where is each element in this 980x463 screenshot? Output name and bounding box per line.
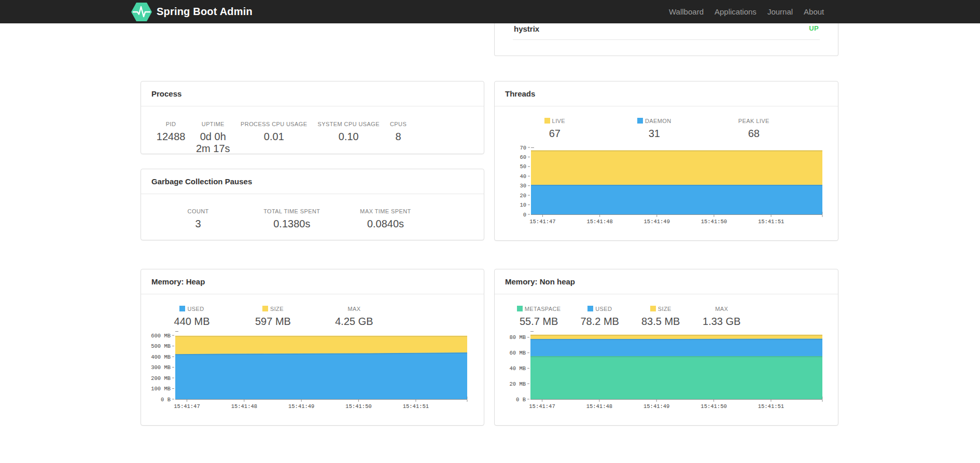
metric: LIVE67 (505, 118, 605, 140)
metric: CPUS8 (385, 121, 412, 155)
panel-title: Memory: Heap (141, 269, 484, 294)
metric-value: 0.10 (318, 131, 380, 143)
svg-text:80 MB: 80 MB (509, 334, 526, 341)
svg-text:15:41:49: 15:41:49 (643, 403, 669, 410)
metric-value: 597 MB (237, 316, 308, 328)
threads-chart: 01020304050607015:41:4715:41:4815:41:491… (495, 143, 838, 227)
svg-text:15:41:48: 15:41:48 (586, 219, 612, 225)
svg-text:0 B: 0 B (516, 397, 526, 403)
memory-nonheap-chart: 0 B20 MB40 MB60 MB80 MB15:41:4715:41:481… (495, 329, 838, 412)
legend-swatch-icon (179, 306, 185, 311)
metric: PROCESS CPU USAGE0.01 (235, 121, 312, 155)
chart-legend: LIVE67DAEMON31PEAK LIVE68 (505, 118, 804, 140)
legend-swatch-icon (587, 306, 593, 311)
metric: USED78.2 MB (569, 306, 631, 328)
metrics-row: COUNT3TOTAL TIME SPENT0.1380sMAX TIME SP… (151, 208, 432, 230)
svg-text:15:41:49: 15:41:49 (288, 403, 314, 410)
chart-legend: USED440 MBSIZE597 MBMAX4.25 GB (151, 306, 395, 328)
metric: DAEMON31 (605, 118, 704, 140)
svg-text:15:41:50: 15:41:50 (345, 403, 371, 410)
svg-text:15:41:51: 15:41:51 (403, 403, 429, 410)
legend-swatch-icon (650, 306, 656, 311)
svg-text:600 MB: 600 MB (151, 333, 171, 339)
metric-value: 12488 (157, 131, 186, 143)
metric: TOTAL TIME SPENT0.1380s (245, 208, 339, 230)
metric-label: MAX (319, 306, 389, 312)
svg-text:15:41:49: 15:41:49 (644, 219, 670, 225)
nav-link[interactable]: About (804, 7, 824, 16)
metric: USED440 MB (151, 306, 232, 328)
metric: UPTIME0d 0h 2m 17s (190, 121, 235, 155)
threads-panel: Threads LIVE67DAEMON31PEAK LIVE68 010203… (494, 81, 838, 241)
memory-heap-panel: Memory: Heap USED440 MBSIZE597 MBMAX4.25… (141, 269, 484, 426)
gc-pauses-panel: Garbage Collection Pauses COUNT3TOTAL TI… (141, 169, 484, 240)
svg-text:40: 40 (520, 173, 526, 180)
metric-value: 55.7 MB (513, 316, 564, 328)
metric-value: 83.5 MB (635, 316, 686, 328)
svg-text:200 MB: 200 MB (151, 375, 171, 382)
metric-value: 0.1380s (250, 218, 334, 230)
nav-link[interactable]: Journal (767, 7, 793, 16)
metric-label: DAEMON (610, 118, 699, 124)
metric-label: METASPACE (513, 306, 564, 312)
metric-value: 8 (390, 131, 407, 143)
svg-text:15:41:48: 15:41:48 (586, 403, 612, 410)
memory-nonheap-panel: Memory: Non heap METASPACE55.7 MBUSED78.… (494, 269, 838, 426)
metric-value: 67 (510, 128, 599, 140)
metric-label: PROCESS CPU USAGE (241, 121, 307, 127)
metric-label: SIZE (237, 306, 308, 312)
metric-label: MAX TIME SPENT (344, 208, 427, 214)
svg-text:20 MB: 20 MB (509, 381, 526, 387)
memory-heap-chart: 0 B100 MB200 MB300 MB400 MB500 MB600 MB1… (141, 329, 484, 412)
metric: METASPACE55.7 MB (508, 306, 569, 328)
application-name[interactable]: hystrix (514, 24, 539, 33)
navbar-menu: Wallboard Applications Journal About (669, 0, 835, 23)
svg-text:15:41:51: 15:41:51 (758, 403, 784, 410)
metric-value: 0d 0h 2m 17s (195, 131, 230, 155)
metric-label: CPUS (390, 121, 407, 127)
metric-label: PEAK LIVE (709, 118, 799, 124)
metric-value: 0.01 (241, 131, 307, 143)
metric-value: 78.2 MB (575, 316, 625, 328)
svg-text:60 MB: 60 MB (509, 350, 526, 356)
metric-label: MAX (696, 306, 747, 312)
panel-title: Process (141, 81, 484, 106)
legend-swatch-icon (637, 118, 643, 124)
metric-label: SYSTEM CPU USAGE (318, 121, 380, 127)
nav-link[interactable]: Wallboard (669, 7, 704, 16)
metric: SIZE597 MB (232, 306, 313, 328)
metric-label: UPTIME (195, 121, 230, 127)
svg-text:500 MB: 500 MB (151, 343, 171, 349)
brand-link[interactable]: Spring Boot Admin (131, 0, 253, 23)
nav-link[interactable]: Applications (715, 7, 757, 16)
status-badge: UP (809, 24, 819, 32)
svg-text:30: 30 (520, 183, 526, 189)
nav-item: Journal (767, 7, 793, 17)
metric-label: SIZE (635, 306, 686, 312)
metric-label: LIVE (510, 118, 599, 124)
metric-value: 4.25 GB (319, 316, 389, 328)
metric-value: 31 (610, 128, 699, 140)
metric-label: COUNT (157, 208, 240, 214)
svg-text:70: 70 (520, 145, 526, 151)
svg-text:15:41:47: 15:41:47 (529, 219, 555, 225)
brand-title: Spring Boot Admin (157, 6, 253, 18)
metric-value: 1.33 GB (696, 316, 747, 328)
svg-text:10: 10 (520, 202, 526, 208)
applications-status-panel: hystrix UP (494, 23, 838, 56)
process-panel: Process PID12488UPTIME0d 0h 2m 17sPROCES… (141, 81, 484, 154)
metric: PEAK LIVE68 (704, 118, 804, 140)
metric-label: TOTAL TIME SPENT (250, 208, 334, 214)
navbar: Spring Boot Admin Wallboard Applications… (0, 0, 980, 23)
metric: SYSTEM CPU USAGE0.10 (313, 121, 385, 155)
svg-text:15:41:47: 15:41:47 (174, 403, 200, 410)
spring-boot-admin-logo-icon (131, 3, 152, 21)
svg-text:40 MB: 40 MB (509, 365, 526, 372)
legend-swatch-icon (517, 306, 523, 311)
metric-value: 440 MB (157, 316, 227, 328)
svg-text:15:41:50: 15:41:50 (701, 403, 726, 410)
nav-item: Wallboard (669, 7, 704, 17)
nav-item: About (804, 7, 824, 17)
metrics-row: PID12488UPTIME0d 0h 2m 17sPROCESS CPU US… (151, 121, 412, 155)
svg-text:15:41:48: 15:41:48 (231, 403, 257, 410)
